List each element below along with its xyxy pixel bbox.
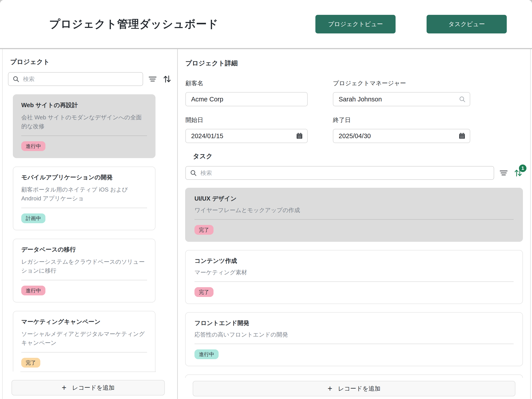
filter-icon — [148, 75, 157, 83]
record-card-description: ソーシャルメディアとデジタルマーケティングキャンペーン — [21, 329, 147, 347]
app-header: プロジェクト管理ダッシュボード プロジェクトビュー タスクビュー — [0, 0, 532, 49]
status-badge: 進行中 — [21, 141, 45, 151]
project-detail-panel: プロジェクト詳細 顧客名 プロジェクトマネージャー — [178, 49, 531, 399]
status-badge: 進行中 — [21, 286, 45, 295]
task-list: UI/UX デザイン ワイヤーフレームとモックアップの作成 完了 コンテンツ作成… — [185, 188, 523, 378]
plus-icon: + — [328, 385, 332, 393]
card-divider — [21, 208, 147, 208]
card-divider — [21, 135, 147, 136]
project-list-panel: プロジェクト — [2, 49, 178, 399]
add-task-record-button[interactable]: + レコードを追加 — [193, 381, 515, 396]
project-search-row — [8, 72, 172, 86]
record-card-description: レガシーシステムをクラウドベースのソリューションに移行 — [21, 257, 147, 275]
card-divider — [195, 344, 514, 344]
customer-field: 顧客名 — [185, 79, 308, 106]
status-badge: 完了 — [195, 287, 214, 297]
project-card[interactable]: データベースの移行 レガシーシステムをクラウドベースのソリューションに移行 進行… — [13, 239, 155, 303]
manager-label: プロジェクトマネージャー — [333, 79, 470, 87]
start-date-label: 開始日 — [185, 116, 308, 124]
manager-field: プロジェクトマネージャー — [333, 79, 470, 106]
calendar-icon[interactable] — [458, 132, 466, 140]
record-card-title: モバイルアプリケーションの開発 — [21, 174, 147, 181]
task-card[interactable]: フロントエンド開発 応答性の高いフロントエンドの開発 進行中 — [185, 312, 523, 366]
record-card-title: Web サイトの再設計 — [21, 101, 147, 109]
calendar-icon[interactable] — [296, 132, 303, 140]
record-card-description: マーケティング素材 — [195, 268, 514, 277]
project-list-footer: + レコードを追加 — [8, 372, 172, 397]
project-filter-button[interactable] — [148, 75, 157, 83]
customer-input[interactable] — [185, 92, 308, 106]
task-filter-button[interactable] — [499, 169, 508, 177]
end-date-label: 終了日 — [333, 116, 470, 124]
card-divider — [21, 352, 147, 353]
manager-input[interactable] — [333, 92, 470, 106]
task-card[interactable]: UI/UX デザイン ワイヤーフレームとモックアップの作成 完了 — [185, 188, 523, 242]
manager-search-icon[interactable] — [459, 96, 466, 103]
project-search-input[interactable] — [23, 76, 139, 83]
record-card-title: コンテンツ作成 — [195, 257, 514, 265]
task-search-row: 1 — [185, 166, 523, 180]
card-divider — [195, 281, 514, 282]
add-project-record-button[interactable]: + レコードを追加 — [12, 380, 165, 395]
add-record-label: レコードを追加 — [72, 384, 115, 392]
detail-panel-title: プロジェクト詳細 — [178, 59, 530, 68]
project-sort-button[interactable] — [162, 74, 172, 84]
project-search-box — [8, 72, 143, 86]
record-card-description: 会社 Web サイトのモダンなデザインへの全面的な改修 — [21, 113, 147, 131]
search-icon — [190, 169, 197, 177]
sort-count-badge: 1 — [519, 165, 526, 172]
record-card-title: マーケティングキャンペーン — [21, 318, 147, 325]
content-area: プロジェクト — [0, 49, 532, 399]
record-card-description: 応答性の高いフロントエンドの開発 — [195, 330, 514, 339]
record-card-description: ワイヤーフレームとモックアップの作成 — [195, 206, 514, 214]
status-badge: 完了 — [195, 225, 214, 235]
card-divider — [21, 280, 147, 280]
task-card[interactable]: コンテンツ作成 マーケティング素材 完了 — [185, 250, 523, 304]
filter-icon — [499, 169, 508, 177]
project-card[interactable]: Web サイトの再設計 会社 Web サイトのモダンなデザインへの全面的な改修 … — [13, 94, 155, 158]
task-search-box — [185, 166, 494, 180]
task-card[interactable]: プロトタイプ開発 — [185, 374, 523, 378]
sort-arrows-icon — [162, 74, 172, 84]
task-view-button[interactable]: タスクビュー — [427, 15, 507, 33]
task-search-input[interactable] — [200, 169, 490, 177]
project-card[interactable]: モバイルアプリケーションの開発 顧客ポータル用のネイティブ iOS および An… — [13, 166, 155, 230]
app-window: プロジェクト管理ダッシュボード プロジェクトビュー タスクビュー プロジェクト — [0, 0, 532, 399]
footer-divider — [20, 372, 156, 372]
tasks-section-title: タスク — [185, 152, 523, 161]
end-date-input[interactable] — [333, 129, 470, 143]
plus-icon: + — [62, 384, 66, 392]
record-card-description: 顧客ポータル用のネイティブ iOS および Android アプリケーショ — [21, 185, 147, 203]
search-icon — [13, 76, 19, 82]
project-panel-title: プロジェクト — [8, 57, 172, 66]
status-badge: 完了 — [21, 358, 40, 367]
page-title: プロジェクト管理ダッシュボード — [49, 17, 218, 32]
end-date-field: 終了日 — [333, 116, 470, 143]
task-list-footer: + レコードを追加 — [178, 378, 530, 399]
status-badge: 計画中 — [21, 214, 45, 223]
start-date-field: 開始日 — [185, 116, 308, 143]
project-view-button[interactable]: プロジェクトビュー — [315, 15, 396, 33]
add-record-label: レコードを追加 — [338, 385, 380, 393]
card-divider — [195, 219, 514, 220]
record-card-title: データベースの移行 — [21, 246, 147, 253]
status-badge: 進行中 — [195, 349, 219, 359]
project-card[interactable]: マーケティングキャンペーン ソーシャルメディアとデジタルマーケティングキャンペー… — [13, 311, 155, 372]
detail-form: 顧客名 プロジェクトマネージャー 開始日 — [185, 79, 523, 143]
record-card-title: UI/UX デザイン — [195, 195, 514, 202]
customer-label: 顧客名 — [185, 79, 308, 87]
task-sort-button[interactable]: 1 — [513, 168, 523, 178]
project-list: Web サイトの再設計 会社 Web サイトのモダンなデザインへの全面的な改修 … — [8, 94, 172, 372]
start-date-input[interactable] — [185, 129, 308, 143]
view-switcher: プロジェクトビュー タスクビュー — [315, 15, 507, 33]
record-card-title: フロントエンド開発 — [195, 319, 514, 327]
